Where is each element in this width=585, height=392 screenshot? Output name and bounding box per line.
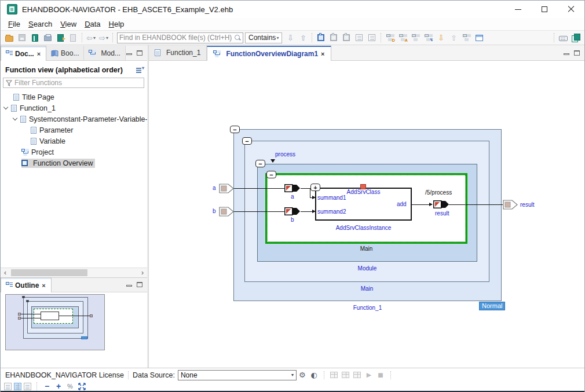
diagram-canvas[interactable]: − − − − + process xyxy=(149,61,584,368)
collapse-function-button[interactable]: − xyxy=(230,126,240,133)
panel-minimize-button[interactable] xyxy=(126,53,132,55)
close-tab-icon[interactable]: × xyxy=(41,282,46,289)
filter-functions-input[interactable] xyxy=(14,79,141,87)
expander-icon[interactable] xyxy=(13,116,17,120)
previous-result-button[interactable]: ⇧ xyxy=(297,31,309,44)
port-result[interactable] xyxy=(503,200,518,210)
diagram-navigate-button[interactable]: ↯ xyxy=(422,31,434,44)
block-result-label: result xyxy=(435,210,449,217)
diagram-annotate-button[interactable]: A xyxy=(397,31,408,44)
port-b[interactable] xyxy=(219,207,235,217)
close-tab-icon[interactable]: × xyxy=(36,50,41,57)
experiment-view-button[interactable] xyxy=(352,371,363,380)
zoom-in-button[interactable]: + xyxy=(53,382,64,391)
panel-maximize-button[interactable] xyxy=(137,282,142,287)
keyboard-shortcuts-button[interactable] xyxy=(557,31,569,44)
zoom-percent-button[interactable]: % xyxy=(65,382,75,391)
panel-minimize-button[interactable] xyxy=(126,285,132,287)
send-block-result[interactable] xyxy=(433,200,449,208)
window-minimize-button[interactable] xyxy=(504,1,531,18)
table-view-button[interactable] xyxy=(366,31,378,44)
minus-icon: − xyxy=(45,382,49,391)
editor-maximize-button[interactable] xyxy=(574,50,580,56)
export-up-button[interactable]: ⇧ xyxy=(448,31,459,44)
receive-block-a[interactable] xyxy=(284,184,301,192)
single-page-view-button[interactable] xyxy=(4,383,12,390)
collapse-main-button[interactable]: − xyxy=(242,137,252,145)
window-close-button[interactable] xyxy=(558,1,584,18)
find-input[interactable] xyxy=(119,34,234,42)
tab-function-overview-diagram[interactable]: FunctionOverviewDiagram1 × xyxy=(207,46,331,61)
tab-documents[interactable]: Doc... × xyxy=(1,46,46,61)
menu-search[interactable]: Search xyxy=(24,19,56,30)
contrast-button[interactable]: ◐ xyxy=(309,371,319,380)
tab-function-1[interactable]: Function_1 xyxy=(149,45,207,60)
split-page-view-button[interactable] xyxy=(14,383,21,390)
tab-outline[interactable]: Outline × xyxy=(1,277,52,292)
fit-to-view-button[interactable] xyxy=(76,382,87,391)
tree-item-title-page[interactable]: Title Page xyxy=(1,91,147,102)
stop-button[interactable]: ■ xyxy=(375,371,386,380)
arrowhead-summand2 xyxy=(312,210,316,213)
receive-block-b[interactable] xyxy=(284,207,301,215)
start-button[interactable]: ▶ xyxy=(364,371,374,380)
calibrate-view-button[interactable] xyxy=(341,371,351,380)
goto-parent-button[interactable] xyxy=(328,31,339,44)
tree-item-parameter[interactable]: Parameter xyxy=(1,124,147,135)
view-menu-icon[interactable] xyxy=(136,67,144,73)
pin-add-label: add xyxy=(397,201,407,207)
menu-data[interactable]: Data xyxy=(81,19,104,30)
save-button[interactable] xyxy=(16,31,28,44)
back-button[interactable]: ⇦▾ xyxy=(85,31,97,44)
zoom-out-button[interactable]: − xyxy=(42,382,52,391)
list-view-button[interactable] xyxy=(353,31,365,44)
new-window-button[interactable] xyxy=(473,31,485,44)
panel-maximize-button[interactable] xyxy=(137,50,142,56)
outline-mode-badge xyxy=(81,336,87,339)
tree-item-variable[interactable]: Variable xyxy=(1,135,147,146)
expand-class-button[interactable]: + xyxy=(310,184,320,191)
tree-item-systemconstant[interactable]: Systemconstant-Parameter-Variable-C xyxy=(1,113,147,124)
settings-button[interactable]: ⚙ xyxy=(297,371,308,380)
data-source-select[interactable]: None ▾ xyxy=(178,370,297,380)
forward-button[interactable]: ⇨▾ xyxy=(98,31,109,44)
editor-minimize-button[interactable] xyxy=(564,53,569,55)
collapse-module-button[interactable]: − xyxy=(255,160,265,167)
port-a[interactable] xyxy=(219,184,235,193)
contains-dropdown[interactable]: Contains ▾ xyxy=(245,32,282,43)
diagram-plain-button[interactable] xyxy=(409,31,421,44)
scrollbar-track[interactable] xyxy=(10,268,138,277)
open-file-button[interactable] xyxy=(3,31,15,44)
tab-models[interactable]: Mod... xyxy=(84,46,125,60)
tree-item-function-1[interactable]: Function_1 xyxy=(1,102,147,113)
import-button[interactable]: ⇩ xyxy=(435,31,447,44)
scroll-left-arrow[interactable]: ‹ xyxy=(1,269,10,277)
menu-view[interactable]: View xyxy=(56,19,81,30)
measure-view-button[interactable] xyxy=(329,371,339,380)
thumbnail-view-button[interactable] xyxy=(24,383,31,390)
goto-child-button[interactable] xyxy=(341,31,352,44)
scroll-right-arrow[interactable]: › xyxy=(138,269,147,277)
scrollbar-thumb[interactable] xyxy=(11,269,87,276)
expander-icon[interactable] xyxy=(3,105,8,109)
tree-item-function-overview[interactable]: Function Overview xyxy=(1,157,147,168)
pdf-button[interactable] xyxy=(67,31,79,44)
outline-thumbnail[interactable] xyxy=(5,294,105,350)
menu-file[interactable]: File xyxy=(4,19,24,30)
window-maximize-button[interactable] xyxy=(531,1,558,18)
ebook-button[interactable] xyxy=(29,31,41,44)
tab-documents-label: Doc... xyxy=(15,50,34,58)
close-tab-icon[interactable]: × xyxy=(321,50,324,57)
diagram-compare-button[interactable] xyxy=(460,31,472,44)
collapse-task-button[interactable]: − xyxy=(266,171,276,178)
diagram-data-button[interactable]: D xyxy=(384,31,396,44)
document-icon xyxy=(31,127,36,134)
next-result-button[interactable]: ⇩ xyxy=(284,31,296,44)
export-ebook-button[interactable] xyxy=(54,31,66,44)
function-overview-button[interactable] xyxy=(315,31,327,44)
help-books-button[interactable] xyxy=(570,31,582,44)
menu-help[interactable]: Help xyxy=(105,19,129,30)
print-button[interactable] xyxy=(42,31,53,44)
tree-item-project[interactable]: Project xyxy=(1,146,147,157)
tab-bookmarks[interactable]: Boo... xyxy=(46,46,84,60)
